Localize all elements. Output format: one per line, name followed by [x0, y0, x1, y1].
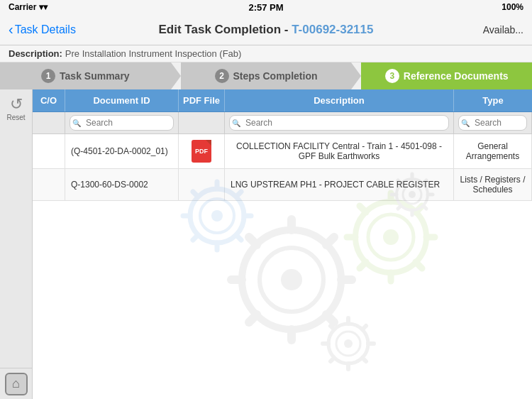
tab-steps-completion[interactable]: 2 Steps Completion — [181, 62, 352, 89]
col-header-type: Type — [454, 89, 532, 111]
svg-point-34 — [336, 332, 360, 356]
svg-point-22 — [355, 202, 426, 273]
search-row — [33, 112, 532, 134]
back-label: Task Details — [15, 23, 76, 36]
available-label: Availab... — [483, 24, 523, 35]
tab-task-summary[interactable]: 1 Task Summary — [0, 62, 171, 89]
tab3-num: 3 — [385, 69, 399, 83]
reset-icon: ↺ — [10, 95, 23, 114]
svg-line-10 — [249, 315, 257, 322]
search-type-cell — [454, 112, 532, 133]
search-type-wrap — [458, 115, 527, 131]
svg-line-42 — [362, 358, 366, 361]
home-button[interactable]: ⌂ — [5, 373, 28, 395]
home-icon: ⌂ — [12, 376, 20, 391]
svg-point-2 — [281, 269, 302, 290]
cell-pdf-1: PDF — [179, 134, 225, 168]
cell-docid-2: Q-1300-60-DS-0002 — [65, 169, 179, 200]
status-left: Carrier ▾▾ — [9, 2, 48, 12]
table-row: Q-1300-60-DS-0002 LNG UPSTREAM PH1 - PRO… — [33, 169, 532, 201]
cell-desc-1: COLLECTION FACILITY Central - Train 1 - … — [225, 134, 454, 168]
nav-title: Edit Task Completion - T-00692-32115 — [159, 23, 374, 37]
table-area: C/O Document ID PDF File Description Typ… — [33, 89, 532, 399]
col-header-docid: Document ID — [65, 89, 179, 111]
tab1-num: 1 — [41, 69, 55, 83]
svg-line-41 — [331, 326, 334, 329]
tab3-label: Reference Documents — [404, 70, 509, 82]
reset-label: Reset — [6, 114, 25, 121]
search-desc-cell — [225, 112, 454, 133]
type-label-1: GeneralArrangements — [466, 141, 519, 161]
cell-co-1 — [33, 134, 65, 168]
tab2-num: 2 — [215, 69, 229, 83]
search-docid-input[interactable] — [70, 115, 174, 131]
search-docid-wrap — [70, 115, 174, 131]
table-header: C/O Document ID PDF File Description Typ… — [33, 89, 532, 112]
back-chevron-icon: ‹ — [9, 21, 13, 38]
svg-line-7 — [326, 237, 334, 245]
back-button[interactable]: ‹ Task Details — [9, 21, 76, 38]
reset-button[interactable]: ↺ Reset — [6, 95, 25, 121]
title-prefix: Edit Task Completion - — [159, 23, 292, 36]
description-bar: Description: Pre Installation Instrument… — [0, 45, 532, 62]
content-area: ↺ Reset C/O Document ID PDF File Descrip… — [0, 89, 532, 399]
svg-line-29 — [416, 206, 422, 212]
status-time: 2:57 PM — [248, 2, 283, 13]
svg-line-32 — [360, 262, 366, 268]
step-tabs: 1 Task Summary 2 Steps Completion 3 Refe… — [0, 62, 532, 89]
bottom-bar: ⌂ — [0, 368, 33, 399]
svg-point-23 — [368, 214, 414, 260]
tab-reference-documents[interactable]: 3 Reference Documents — [361, 62, 532, 89]
svg-point-1 — [260, 248, 323, 312]
col-header-desc: Description — [225, 89, 454, 111]
svg-line-40 — [362, 326, 366, 329]
desc-text: Pre Installation Instrument Inspection (… — [65, 48, 242, 59]
col-header-pdf: PDF File — [179, 89, 225, 111]
cell-type-1: GeneralArrangements — [454, 134, 532, 168]
task-id: T-00692-32115 — [292, 23, 373, 36]
tab2-label: Steps Completion — [233, 70, 318, 82]
svg-line-21 — [193, 235, 198, 240]
svg-point-24 — [383, 229, 399, 245]
pdf-icon[interactable]: PDF — [192, 140, 211, 163]
sidebar: ↺ Reset — [0, 89, 33, 399]
table-row: (Q-4501-20-DA-0002_01) PDF COLLECTION FA… — [33, 134, 532, 169]
search-type-input[interactable] — [458, 115, 527, 131]
svg-line-43 — [331, 358, 334, 361]
tab1-label: Task Summary — [60, 70, 130, 82]
svg-point-35 — [344, 339, 353, 348]
cell-desc-2: LNG UPSTREAM PH1 - PROJECT CABLE REGISTE… — [225, 169, 454, 200]
wifi-icon: ▾▾ — [39, 2, 48, 12]
carrier-label: Carrier — [9, 2, 36, 12]
status-bar: Carrier ▾▾ 2:57 PM 100% — [0, 0, 532, 14]
svg-point-13 — [211, 210, 223, 222]
cell-co-2 — [33, 169, 65, 200]
cell-pdf-2 — [179, 169, 225, 200]
svg-line-31 — [416, 262, 422, 268]
svg-point-12 — [200, 199, 234, 233]
svg-line-9 — [326, 315, 334, 322]
search-desc-wrap — [229, 115, 449, 131]
svg-line-54 — [398, 206, 401, 209]
svg-line-8 — [249, 237, 257, 245]
search-pdf-cell — [179, 112, 225, 133]
search-co-cell — [33, 112, 65, 133]
pdf-label: PDF — [195, 148, 208, 155]
cell-docid-1: (Q-4501-20-DA-0002_01) — [65, 134, 179, 168]
battery-label: 100% — [501, 2, 523, 12]
nav-bar: ‹ Task Details Edit Task Completion - T-… — [0, 14, 532, 45]
svg-line-53 — [423, 206, 426, 209]
search-docid-cell — [65, 112, 179, 133]
desc-label: Description: — [9, 48, 62, 59]
search-desc-input[interactable] — [229, 115, 449, 131]
svg-point-33 — [328, 324, 368, 364]
svg-line-20 — [236, 235, 241, 240]
col-header-co: C/O — [33, 89, 65, 111]
svg-line-30 — [360, 206, 366, 212]
type-label-2: Lists / Registers /Schedules — [460, 175, 525, 195]
cell-type-2: Lists / Registers /Schedules — [454, 169, 532, 200]
svg-point-0 — [242, 230, 341, 329]
